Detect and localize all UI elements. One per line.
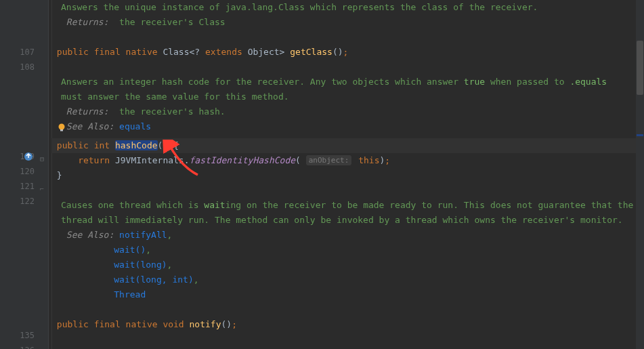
code-line-119[interactable]: public int hashCode() { [51,138,644,153]
gutter-row [0,89,35,104]
javadoc-see-item: wait(long, int), [51,272,644,287]
gutter-row [0,313,35,328]
blank-line [51,332,644,347]
gutter-row [0,119,35,134]
gutter-row [0,104,35,119]
scrollbar-marker[interactable] [637,134,643,136]
code-line-120[interactable]: return J9VMInternals.fastIdentityHashCod… [51,153,644,168]
javadoc-see-item: wait(long), [51,258,644,272]
code-line-121[interactable]: } [51,168,644,183]
gutter-row [0,30,35,45]
line-number: 107 [20,47,35,57]
line-number-gutter[interactable]: 107 108 119 ⊟ 120 121 ⌐ 122 135 136 [0,0,49,349]
gutter-row[interactable]: 120 [0,164,35,179]
javadoc-see-item: Thread [51,287,644,302]
code-line-135[interactable]: public final native void notify(); [51,317,644,332]
gutter-row [0,224,35,239]
blank-line [51,60,644,75]
code-line-107[interactable]: public final native Class<? extends Obje… [51,45,644,60]
gutter-row [0,283,35,298]
javadoc-see-also: See Also: notifyAll, [51,228,644,243]
line-number: 122 [20,197,35,206]
svg-rect-2 [60,129,63,131]
intention-bulb-icon[interactable] [57,123,66,132]
gutter-row [0,239,35,253]
line-number: 121 [20,182,35,191]
method-getclass: getClass [290,47,332,57]
javadoc-text: thread will immediately run. The method … [51,213,644,228]
javadoc-text: Answers the unique instance of java.lang… [51,0,644,15]
doc-link-thread[interactable]: Thread [114,289,146,300]
javadoc-see-also: See Also: equals [51,119,644,134]
gutter-row [0,253,35,268]
inlay-hint-anobject: anObject: [306,155,352,165]
gutter-row[interactable]: 122 [0,194,35,209]
fold-minus-icon[interactable]: ⊟ [37,152,44,159]
line-number: 120 [20,167,35,176]
doc-link-wait-long[interactable]: wait(long) [114,260,167,270]
gutter-row[interactable]: 108 [0,60,35,75]
override-gutter-icon[interactable] [24,151,33,161]
javadoc-text: Causes one thread which is waiting on th… [51,198,644,213]
line-number: 135 [20,331,35,340]
doc-link-wait-long-int[interactable]: wait(long, int) [114,274,193,285]
gutter-row[interactable]: 119 ⊟ [0,149,35,164]
gutter-row [0,268,35,283]
code-editor[interactable]: 107 108 119 ⊟ 120 121 ⌐ 122 135 136 [0,0,644,349]
method-hashcode: hashCode [115,140,158,150]
svg-point-1 [59,124,65,130]
gutter-row [0,209,35,224]
javadoc-text: Answers an integer hash code for the rec… [51,75,644,89]
doc-link-equals[interactable]: equals [119,121,151,131]
vertical-scrollbar[interactable] [636,0,644,349]
fold-end-icon[interactable]: ⌐ [37,182,44,188]
gutter-row [0,15,35,30]
gutter-row [0,298,35,313]
doc-link-notifyall[interactable]: notifyAll [119,230,167,240]
line-number: 136 [20,346,35,349]
gutter-row[interactable]: 135 [0,328,35,343]
blank-line [51,302,644,317]
javadoc-returns: Returns: the receiver's hash. [51,104,644,119]
doc-link-wait[interactable]: wait() [114,245,146,255]
blank-line [51,30,644,45]
gutter-row [0,75,35,89]
scrollbar-thumb[interactable] [637,41,643,95]
gutter-row [0,0,35,15]
code-text-area[interactable]: Answers the unique instance of java.lang… [49,0,644,349]
method-notify: notify [190,319,221,329]
javadoc-returns: Returns: the receiver's Class [51,15,644,30]
line-number: 108 [20,62,35,72]
javadoc-see-item: wait(), [51,243,644,258]
gutter-row [0,134,35,149]
gutter-row[interactable]: 121 ⌐ [0,179,35,194]
blank-line [51,183,644,198]
gutter-row[interactable]: 136 [0,343,35,349]
javadoc-text: must answer the same value for this meth… [51,89,644,104]
gutter-row[interactable]: 107 [0,45,35,60]
call-fastidentityhashcode: fastIdentityHashCode [190,155,296,165]
